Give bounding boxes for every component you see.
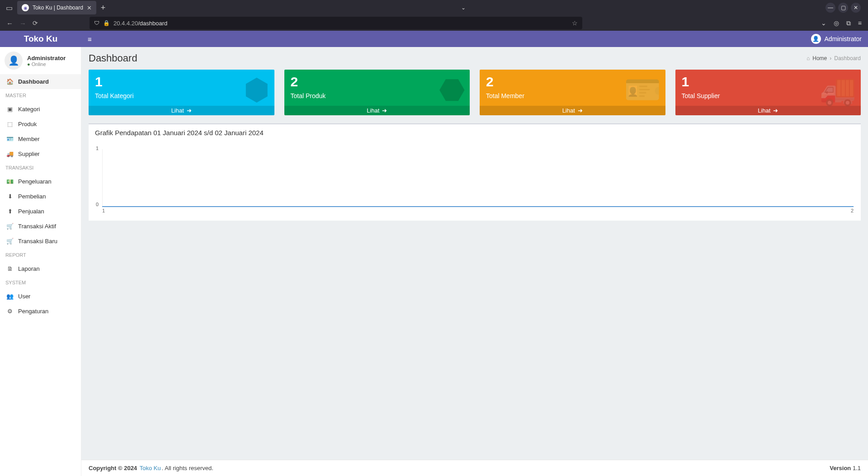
cog-icon: ⚙ [6, 308, 14, 315]
footer-version-num: 1.1 [853, 465, 861, 471]
sidebar-user-panel: 👤 Administrator ● Online [0, 47, 81, 74]
sidebar-item-kategori[interactable]: ▣Kategori [0, 102, 81, 117]
sidebar-item-penjualan[interactable]: ⬆Penjualan [0, 204, 81, 219]
sidebar-item-label: Transaksi Baru [18, 238, 57, 245]
users-icon: 👥 [6, 293, 14, 300]
stat-view-button[interactable]: Lihat ➜ [89, 106, 274, 115]
stat-box-total-produk: ⬣2Total ProdukLihat ➜ [284, 70, 470, 115]
account-icon[interactable]: ◎ [834, 19, 839, 27]
url-text: 20.4.4.20/dashboard [113, 20, 167, 27]
arrow-circle-right-icon: ➜ [187, 107, 192, 114]
sidebar-section-header: TRANSAKSI [0, 161, 81, 174]
arrow-circle-right-icon: ➜ [578, 107, 583, 114]
chart-box: Grafik Pendapatan 01 Januari 2024 s/d 02… [89, 123, 861, 221]
sidebar-item-label: Laporan [18, 265, 40, 272]
sidebar-item-user[interactable]: 👥User [0, 289, 81, 304]
brand-title[interactable]: Toko Ku [0, 34, 81, 44]
browser-tab[interactable]: ◉ Toko Ku | Dashboard ✕ [17, 1, 96, 14]
top-user-menu[interactable]: 👤 Administrator [805, 34, 868, 44]
sidebar-item-produk[interactable]: ⬚Produk [0, 117, 81, 132]
chart-line [102, 206, 854, 207]
footer-copyright: Copyright © 2024 [89, 465, 137, 471]
forward-button: → [19, 19, 26, 27]
online-dot-icon: ● [27, 61, 30, 67]
sidebar-item-member[interactable]: 🪪Member [0, 132, 81, 146]
stat-view-button[interactable]: Lihat ➜ [284, 106, 470, 115]
cubes-icon: ⬣ [439, 72, 465, 107]
tabs-overflow-icon[interactable]: ⌄ [461, 5, 466, 11]
chart-xtick-1: 2 [851, 208, 854, 213]
avatar-small-icon: 👤 [811, 34, 821, 44]
breadcrumb: ⌂ Home › Dashboard [807, 55, 861, 61]
chart-title: Grafik Pendapatan 01 Januari 2024 s/d 02… [89, 124, 861, 141]
sidebar-item-transaksi-baru[interactable]: 🛒Transaksi Baru [0, 234, 81, 249]
address-bar[interactable]: 🛡 🔒 20.4.4.20/dashboard ☆ [90, 17, 582, 29]
sidebar-hamburger-icon[interactable]: ≡ [81, 35, 98, 43]
sidebar-item-laporan[interactable]: 🗎Laporan [0, 261, 81, 276]
footer-brand-link[interactable]: Toko Ku [140, 465, 161, 471]
stat-label: Total Kategori [95, 92, 268, 99]
sidebar-item-label: Penjualan [18, 208, 44, 215]
bookmark-icon[interactable]: ☆ [572, 19, 578, 27]
close-tab-icon[interactable]: ✕ [87, 5, 92, 11]
sidebar-user-name: Administrator [27, 55, 66, 61]
sidebar-item-pembelian[interactable]: ⬇Pembelian [0, 189, 81, 204]
chart-ytick-1: 1 [96, 146, 99, 151]
stat-label: Total Produk [291, 92, 464, 99]
money-icon: 💵 [6, 178, 14, 185]
sidebar-item-dashboard[interactable]: 🏠Dashboard [0, 74, 81, 89]
cubes-icon: ⬚ [6, 121, 14, 127]
top-user-name: Administrator [825, 35, 862, 42]
cube-icon: ⬢ [244, 72, 270, 107]
stat-value: 2 [291, 74, 464, 90]
avatar-icon: 👤 [5, 52, 23, 70]
sidebar-item-pengaturan[interactable]: ⚙Pengaturan [0, 304, 81, 319]
sidebar-item-label: Produk [18, 121, 37, 127]
footer-rights: . All rights reserved. [162, 465, 213, 471]
sidebar-item-label: Pengeluaran [18, 178, 52, 185]
breadcrumb-current: Dashboard [834, 55, 861, 61]
window-maximize-button[interactable]: ▢ [838, 3, 848, 13]
reload-button[interactable]: ⟳ [33, 19, 38, 27]
window-minimize-button[interactable]: — [826, 3, 835, 13]
stat-box-total-kategori: ⬢1Total KategoriLihat ➜ [89, 70, 274, 115]
sidebar-item-label: User [18, 293, 30, 300]
stat-box-total-member: 🪪2Total MemberLihat ➜ [480, 70, 665, 115]
sidebar-item-label: Supplier [18, 151, 40, 157]
dashboard-icon: ⌂ [807, 55, 810, 61]
sidebar-item-pengeluaran[interactable]: 💵Pengeluaran [0, 174, 81, 189]
page-title: Dashboard [89, 52, 137, 64]
sidebar-item-transaksi-aktif[interactable]: 🛒Transaksi Aktif [0, 219, 81, 234]
menu-icon[interactable]: ≡ [858, 19, 862, 27]
pocket-icon[interactable]: ⌄ [821, 19, 826, 27]
sidebar-item-label: Member [18, 136, 40, 142]
arrow-circle-right-icon: ➜ [382, 107, 387, 114]
window-close-button[interactable]: ✕ [851, 3, 861, 13]
extensions-icon[interactable]: ⧉ [846, 19, 851, 27]
id-card-icon: 🪪 [6, 136, 14, 142]
truck-icon: 🚚 [6, 151, 14, 157]
stat-view-button[interactable]: Lihat ➜ [675, 106, 861, 115]
lock-insecure-icon: 🔒 [103, 20, 110, 26]
chart-area: 1 0 1 2 [96, 146, 854, 213]
cart-icon: 🛒 [6, 238, 14, 245]
back-button[interactable]: ← [6, 19, 13, 27]
sidebar-item-label: Dashboard [18, 78, 49, 85]
sidebar-toggle-icon[interactable]: ▭ [3, 1, 15, 14]
chart-xtick-0: 1 [102, 208, 105, 213]
stat-box-total-supplier: 🚚1Total SupplierLihat ➜ [675, 70, 861, 115]
chart-plot [102, 149, 854, 207]
footer-version-label: Version [830, 465, 851, 471]
breadcrumb-home[interactable]: Home [812, 55, 827, 61]
upload-icon: ⬆ [6, 208, 14, 215]
dashboard-icon: 🏠 [6, 78, 14, 85]
sidebar-section-header: REPORT [0, 249, 81, 261]
new-tab-button[interactable]: + [101, 3, 106, 13]
sidebar-user-status: ● Online [27, 61, 66, 67]
stat-value: 1 [95, 74, 268, 90]
shield-icon: 🛡 [94, 20, 99, 26]
cube-icon: ▣ [6, 106, 14, 113]
stat-view-button[interactable]: Lihat ➜ [480, 106, 665, 115]
sidebar-item-supplier[interactable]: 🚚Supplier [0, 146, 81, 161]
arrow-circle-right-icon: ➜ [773, 107, 778, 114]
